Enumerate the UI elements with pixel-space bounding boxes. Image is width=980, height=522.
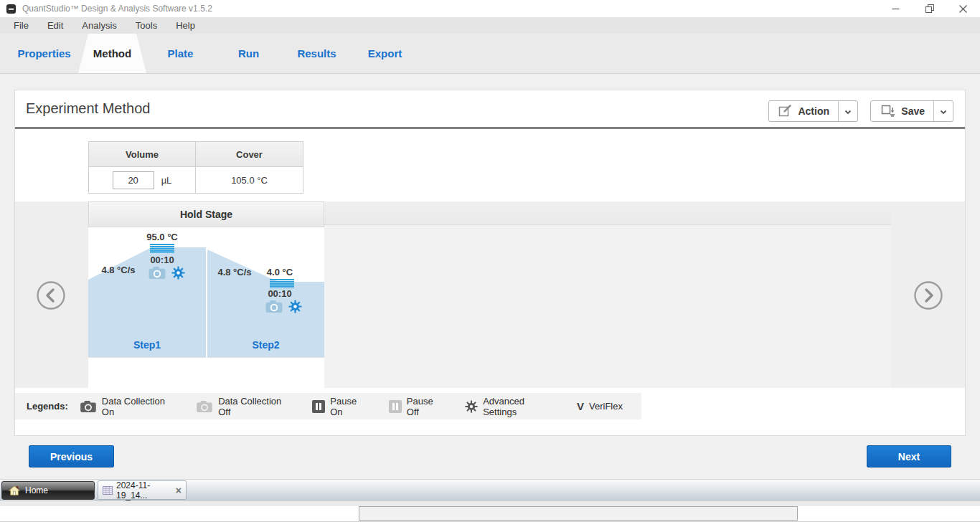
tab-run[interactable]: Run: [215, 34, 283, 73]
legend-data-collection-off: Data Collection Off: [196, 396, 293, 417]
chevron-right-icon: [926, 290, 932, 301]
menu-item-help[interactable]: Help: [166, 20, 204, 31]
window-controls: [879, 0, 980, 17]
app-window: QuantStudio™ Design & Analysis Software …: [0, 0, 980, 522]
title-bar: QuantStudio™ Design & Analysis Software …: [0, 0, 980, 17]
veriflex-icon: V: [577, 400, 584, 412]
tab-plate[interactable]: Plate: [146, 34, 215, 73]
previous-stage-button[interactable]: [36, 280, 66, 310]
tab-export[interactable]: Export: [351, 34, 419, 73]
hold-time-label: 00:10: [244, 288, 316, 299]
gear-dark-icon: [465, 400, 478, 413]
taskbar-bottom-edge: [0, 500, 980, 506]
legend-advanced-settings: Advanced Settings: [465, 396, 558, 417]
menu-item-file[interactable]: File: [4, 20, 38, 31]
menu-item-tools[interactable]: Tools: [126, 20, 166, 31]
save-label: Save: [901, 105, 925, 117]
temperature-label: 4.0 °C: [251, 267, 308, 277]
hold-time-label: 00:10: [126, 255, 198, 265]
save-button-group: Save: [870, 100, 953, 122]
next-stage-button[interactable]: [913, 280, 943, 310]
volume-unit-label: µL: [161, 175, 172, 186]
close-button[interactable]: [946, 0, 980, 17]
camera-on-icon: [80, 400, 97, 413]
workspace: Experiment Method Action: [0, 74, 980, 479]
volume-column-header: Volume: [89, 142, 196, 167]
step-cell-2[interactable]: 4.8 °C/s 4.0 °C 00:10: [207, 227, 324, 357]
restore-button[interactable]: [913, 0, 946, 17]
home-icon: [9, 485, 20, 495]
action-button-group: Action: [768, 100, 858, 122]
app-title: QuantStudio™ Design & Analysis Software …: [22, 4, 212, 14]
app-icon: [6, 4, 17, 14]
pause-off-icon: [389, 400, 402, 413]
tab-properties[interactable]: Properties: [10, 34, 78, 73]
page-title: Experiment Method: [26, 100, 150, 117]
legend-pause-off: Pause Off: [389, 396, 446, 417]
camera-icon[interactable]: [148, 266, 166, 280]
action-dropdown-button[interactable]: [838, 101, 857, 121]
document-tab[interactable]: 2024-11-19_14... ×: [98, 480, 187, 500]
chevron-down-icon: [844, 105, 852, 118]
edit-icon: [778, 103, 792, 120]
save-dropdown-button[interactable]: [933, 101, 953, 121]
hold-stage-column: Hold Stage 95.0 °C 00:10 4.8 °C/s: [88, 201, 324, 388]
tab-bar: Properties Method Plate Run Results Expo…: [0, 34, 980, 74]
hold-stage-header: Hold Stage: [88, 201, 324, 227]
temperature-label: 95.0 °C: [126, 232, 198, 242]
step1-temperature-profile: [88, 227, 206, 357]
camera-icon[interactable]: [265, 300, 283, 313]
cover-column-header: Cover: [196, 142, 303, 167]
empty-stage-body: [324, 225, 891, 388]
empty-stage-header: [324, 201, 891, 225]
volume-cover-table: Volume Cover µL 105.0 °C: [88, 141, 303, 194]
save-button[interactable]: Save: [871, 101, 933, 121]
chevron-left-icon: [47, 290, 53, 301]
empty-stage-area: [324, 201, 891, 388]
pause-on-icon: [312, 400, 325, 413]
plate-document-icon: [103, 486, 113, 495]
legend-data-collection-on: Data Collection On: [80, 396, 177, 417]
legends-label: Legends:: [27, 401, 68, 412]
legend-pause-on: Pause On: [312, 396, 370, 417]
minimize-button[interactable]: [879, 0, 913, 17]
stage-left-rail: [15, 201, 88, 388]
cover-temperature-value: 105.0 °C: [196, 167, 303, 193]
home-label: Home: [25, 485, 48, 495]
menu-item-edit[interactable]: Edit: [38, 20, 72, 31]
home-button[interactable]: Home: [1, 481, 95, 500]
step-cell-1[interactable]: 95.0 °C 00:10 4.8 °C/s: [88, 227, 206, 357]
taskbar: Home 2024-11-19_14... ×: [0, 479, 980, 500]
stage-strip: Hold Stage 95.0 °C 00:10 4.8 °C/s: [15, 201, 965, 388]
camera-off-icon: [196, 400, 213, 413]
volume-input[interactable]: [113, 171, 154, 189]
status-bar: [0, 506, 980, 522]
steps-row: 95.0 °C 00:10 4.8 °C/s: [88, 227, 324, 357]
tab-results[interactable]: Results: [283, 34, 351, 73]
volume-cell: µL: [89, 167, 196, 193]
chevron-down-icon: [940, 105, 947, 118]
gear-icon[interactable]: [171, 266, 185, 280]
header-divider: [15, 127, 965, 129]
action-button[interactable]: Action: [769, 101, 838, 121]
ramp-indicator-icon: [150, 244, 174, 253]
next-button[interactable]: Next: [867, 445, 951, 468]
menu-item-analysis[interactable]: Analysis: [72, 20, 126, 31]
legends-bar: Legends: Data Collection On Data Collect…: [15, 393, 641, 419]
document-tab-label: 2024-11-19_14...: [116, 480, 172, 500]
method-panel: Experiment Method Action: [14, 90, 966, 436]
stage-right-rail: [891, 201, 965, 388]
tab-method[interactable]: Method: [78, 34, 146, 73]
ramp-rate-label: 4.8 °C/s: [90, 265, 147, 275]
ramp-indicator-icon: [270, 279, 294, 288]
close-tab-icon[interactable]: ×: [176, 485, 182, 495]
step-name: Step2: [207, 339, 324, 351]
horizontal-scrollbar[interactable]: [359, 506, 798, 521]
step-name: Step1: [88, 339, 206, 351]
save-icon: [880, 103, 895, 120]
menu-bar: File Edit Analysis Tools Help: [0, 17, 980, 34]
action-label: Action: [798, 105, 829, 117]
gear-icon[interactable]: [288, 300, 302, 313]
previous-button[interactable]: Previous: [29, 445, 114, 468]
legend-veriflex: V VeriFlex: [577, 400, 623, 412]
